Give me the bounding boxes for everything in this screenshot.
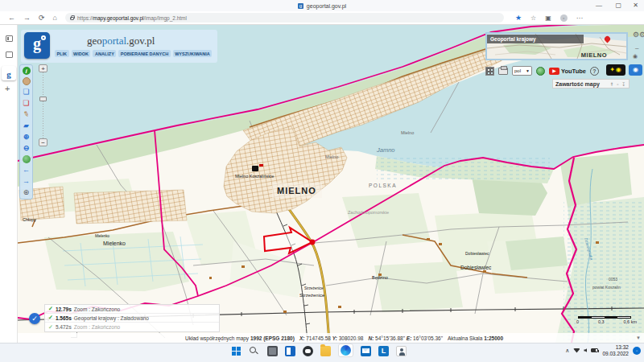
label-powiat: powiat Koszalin [592, 285, 621, 290]
label-mielenko-s: Mielenko [95, 234, 110, 238]
mail-app-icon[interactable] [361, 346, 371, 356]
app-icon-contacts[interactable] [396, 346, 407, 356]
menu-wyszukiwania[interactable]: WYSZUKIWANIA [173, 50, 213, 57]
label-bedzino: Będzino [372, 275, 388, 280]
collapse-icon[interactable]: – [635, 44, 638, 51]
status-message-row: ✓1.565sGeoportal krajowy : Załadowano [45, 314, 219, 323]
url-field[interactable]: https://mapy.geoportal.gov.pl/imap/Imgp_… [65, 13, 504, 23]
label-mielenko: Mielenko [103, 241, 126, 246]
add-favorite-icon[interactable]: ☆ [530, 14, 536, 22]
taskbar-clock[interactable]: 13:32 09.03.2022 [602, 344, 629, 356]
map-contents-panel-header[interactable]: Zawartość mapy ↟ ▫ ↧ [552, 79, 630, 88]
settings-menu-icon[interactable]: ⋯ [576, 14, 583, 22]
home-icon[interactable]: ⌂ [53, 14, 57, 22]
forward-icon[interactable]: → [23, 14, 31, 22]
refresh-icon[interactable]: ⟳ [39, 14, 45, 22]
back-icon[interactable]: ← [8, 14, 15, 22]
label-strzezenice-s: Strzeżenice [304, 286, 324, 290]
youtube-button[interactable]: ▶ YouTube [549, 68, 586, 75]
label-mielno-s1: Mielno [325, 154, 338, 159]
maximize-button[interactable]: ▢ [615, 2, 621, 9]
profile-avatar[interactable]: ◦ [560, 14, 568, 22]
sidebar-layout-icon[interactable] [6, 35, 13, 42]
panel-controls-icons[interactable]: ↟ ▫ ↧ [609, 81, 626, 87]
overview-map-title: Geoportal krajowy [487, 35, 584, 43]
overview-map-label: MIELNO [581, 51, 607, 59]
close-button[interactable]: ✕ [633, 2, 638, 9]
status-message-row: ✓12.79sZoom : Zakończono [45, 305, 219, 314]
settings-tool-icon[interactable]: ⊛ [22, 188, 31, 197]
notification-badge[interactable]: ◦ [633, 347, 641, 355]
label-polska: POLSKA [369, 183, 397, 188]
zoom-slider-handle[interactable] [39, 97, 47, 101]
scale-bar: 00,30,6 km [576, 316, 637, 324]
eye-small-icon[interactable]: ◉ [633, 53, 638, 60]
tab-title[interactable]: g geoportal.gov.pl [0, 0, 644, 11]
qr-icon[interactable] [485, 67, 494, 76]
edge-browser-icon[interactable] [338, 343, 353, 357]
zoom-in-tool-icon[interactable]: ⊕ [22, 133, 31, 142]
menu-analizy[interactable]: ANALIZY [93, 50, 116, 57]
collections-icon[interactable]: ▣ [545, 14, 551, 22]
view-button[interactable]: ◉ [629, 64, 642, 76]
sidebar-add-icon[interactable]: + [5, 84, 10, 93]
menu-plik[interactable]: PLIK [55, 50, 69, 57]
statusbar-caret-icon[interactable]: ▼ [636, 335, 641, 340]
sidebar-geoportal-icon[interactable]: g [2, 66, 16, 80]
browser-titlebar: g geoportal.gov.pl — ▢ ✕ [0, 0, 644, 11]
file-explorer-icon[interactable] [320, 346, 331, 356]
contrast-button[interactable]: ✦◉ [606, 64, 625, 76]
loaded-check-badge: ✓ [29, 313, 40, 324]
start-button-icon[interactable] [232, 346, 242, 356]
battery-icon[interactable] [591, 348, 598, 352]
print-icon[interactable] [498, 68, 508, 75]
address-bar: ← → ⟳ ⌂ https://mapy.geoportal.gov.pl/im… [0, 11, 644, 25]
draw-tool-icon[interactable]: ✎ [20, 109, 31, 120]
lock-icon [70, 17, 74, 20]
taskbar-icons: L [232, 345, 407, 357]
geoportal-menu: PLIK WIDOK ANALIZY POBIERANIE DANYCH WYS… [55, 50, 212, 57]
next-view-icon[interactable]: → [22, 177, 31, 186]
search-icon[interactable] [250, 346, 260, 356]
status-message-row: ✓5.472sZoom : Zakończono [45, 323, 219, 331]
app-icon-chat[interactable] [303, 346, 313, 356]
menu-pobieranie[interactable]: POBIERANIE DANYCH [118, 50, 170, 57]
app-icon-photos[interactable] [267, 346, 278, 356]
zoom-out-tool-icon[interactable]: ⊖ [22, 144, 31, 153]
map-controls-row: pol▼ ▶ YouTube ? [485, 64, 599, 77]
favorites-star-icon[interactable]: ★ [515, 14, 522, 22]
overview-map[interactable]: Geoportal krajowy MIELNO [485, 32, 628, 60]
zoom-out-button[interactable]: − [39, 138, 47, 146]
youtube-play-icon: ▶ [549, 68, 559, 75]
help-icon[interactable]: ? [590, 67, 599, 76]
globe-button[interactable] [536, 67, 545, 76]
label-dobieslawiec: Dobiesławiec [460, 265, 492, 270]
language-select[interactable]: pol▼ [512, 66, 532, 76]
label-chlopy: Chłopy [23, 217, 36, 222]
speaker-icon[interactable] [584, 348, 587, 352]
globe-tool-icon[interactable] [23, 155, 31, 163]
select-blue-tool-icon[interactable]: ❏ [22, 88, 31, 97]
status-messages: ✓12.79sZoom : Zakończono ✓1.565sGeoporta… [44, 304, 220, 332]
app-icon-l[interactable]: L [378, 346, 389, 356]
history-tool-icon[interactable] [23, 77, 31, 85]
map-toolbar: i ❏ ❏ ✎ ▰ ⊕ ⊖ ← → ⊛ [19, 64, 33, 200]
geoportal-logo[interactable]: g [24, 32, 50, 59]
label-kod: 0053 [609, 277, 617, 282]
sidebar-doc-icon[interactable] [6, 51, 13, 58]
info-tool-icon[interactable]: i [23, 67, 31, 75]
app-icon-movies[interactable] [285, 346, 295, 356]
zoom-in-button[interactable]: + [39, 64, 47, 72]
label-strzezenice: Strzeżenice [299, 293, 325, 298]
label-mielno-s2: Mielno [401, 130, 414, 135]
prev-view-icon[interactable]: ← [22, 166, 31, 175]
tab-favicon-icon: g [298, 3, 303, 9]
minimize-button[interactable]: — [596, 2, 602, 9]
gears-icon[interactable]: ⚙⚙ [633, 31, 644, 39]
tray-chevron-icon[interactable]: ∧ [565, 348, 569, 354]
wifi-icon[interactable] [573, 348, 580, 353]
measure-tool-icon[interactable]: ▰ [22, 121, 31, 130]
select-red-tool-icon[interactable]: ❏ [22, 99, 31, 108]
menu-widok[interactable]: WIDOK [72, 50, 91, 57]
zoom-slider[interactable]: + − [39, 64, 48, 145]
